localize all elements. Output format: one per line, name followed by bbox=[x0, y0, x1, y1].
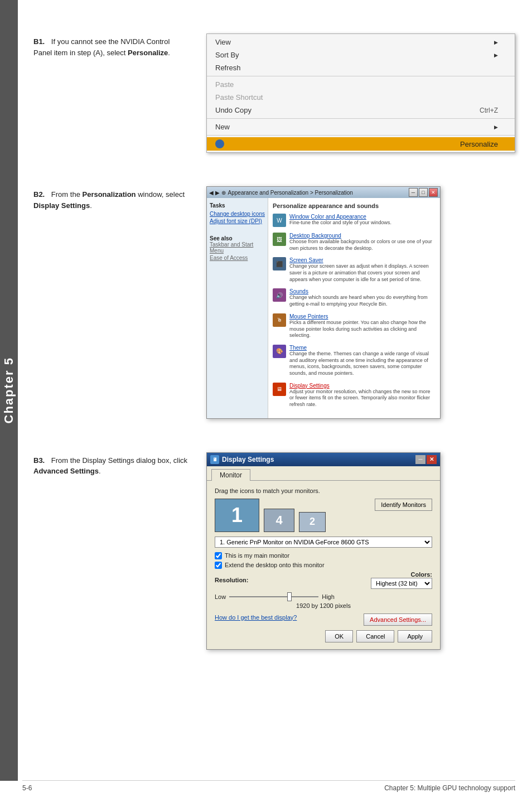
chapter-sidebar: Chapter 5 bbox=[0, 0, 18, 781]
display-settings-text: Display Settings Adjust your monitor res… bbox=[289, 383, 436, 408]
display-resolution-row: Resolution: Colors: Highest (32 bit) bbox=[215, 571, 432, 589]
context-menu-new[interactable]: New bbox=[207, 120, 515, 133]
resolution-label: Resolution: bbox=[215, 577, 249, 583]
display-settings-desc: Adjust your monitor resolution, which ch… bbox=[289, 389, 436, 408]
monitor-icons-container: 1 4 2 bbox=[215, 499, 326, 532]
context-menu-view[interactable]: View bbox=[207, 36, 515, 49]
persona-item-theme: 🎨 Theme Change the theme. Themes can cha… bbox=[273, 345, 436, 377]
minimize-btn[interactable]: ─ bbox=[409, 188, 418, 197]
context-menu-undo-copy[interactable]: Undo Copy Ctrl+Z bbox=[207, 104, 515, 117]
slider-thumb[interactable] bbox=[287, 592, 292, 601]
section-b3-text: B3. From the Display Settings dialog box… bbox=[33, 452, 190, 477]
sidebar-link-ease[interactable]: Ease of Access bbox=[210, 255, 265, 261]
personalize-icon bbox=[215, 139, 224, 148]
display-buttons-row: OK Cancel Apply bbox=[215, 630, 432, 642]
section-b2: B2. From the Personalization window, sel… bbox=[33, 186, 515, 419]
monitor-icon-4: 4 bbox=[264, 509, 294, 532]
context-menu-personalize[interactable]: Personalize bbox=[207, 137, 515, 151]
extend-desktop-label: Extend the desktop onto this monitor bbox=[225, 562, 325, 568]
best-display-link[interactable]: How do I get the best display? bbox=[215, 614, 297, 621]
step-b2-num: B2. bbox=[33, 190, 45, 199]
sidebar-link-desktop-icons[interactable]: Change desktop icons bbox=[210, 211, 265, 217]
footer-page-num: 5-6 bbox=[22, 784, 32, 792]
persona-main-title: Personalize appearance and sounds bbox=[273, 202, 436, 209]
screensaver-title[interactable]: Screen Saver bbox=[289, 257, 436, 263]
persona-sidebar: Tasks Change desktop icons Adjust font s… bbox=[207, 198, 268, 418]
display-tabs: Monitor bbox=[207, 466, 440, 481]
screensaver-desc: Change your screen saver as adjust when … bbox=[289, 263, 436, 283]
display-bottom-row: How do I get the best display? Advanced … bbox=[215, 613, 432, 626]
advanced-settings-btn[interactable]: Advanced Settings... bbox=[364, 613, 432, 626]
resolution-slider-row: Low High bbox=[215, 593, 432, 600]
context-menu-paste-label: Paste bbox=[215, 80, 234, 89]
context-menu-undo-copy-label: Undo Copy bbox=[215, 106, 252, 114]
step-b3-num: B3. bbox=[33, 456, 45, 465]
cancel-btn[interactable]: Cancel bbox=[356, 630, 394, 642]
apply-btn[interactable]: Apply bbox=[398, 630, 432, 642]
mouse-desc: Picks a different mouse pointer. You can… bbox=[289, 320, 436, 339]
chapter-label: Chapter 5 bbox=[2, 357, 16, 423]
persona-item-display: 🖥 Display Settings Adjust your monitor r… bbox=[273, 383, 436, 408]
persona-titlebar: ◀ ▶ ⊕ Appearance and Personalization > P… bbox=[207, 187, 440, 198]
theme-title[interactable]: Theme bbox=[289, 345, 436, 351]
sidebar-link-taskbar[interactable]: Taskbar and Start Menu bbox=[210, 241, 265, 254]
checkbox-extend-desktop: Extend the desktop onto this monitor bbox=[215, 562, 432, 569]
display-titlebar: 🖥 Display Settings ─ ✕ bbox=[207, 453, 440, 466]
context-menu-paste: Paste bbox=[207, 78, 515, 91]
display-body: Drag the icons to match your monitors. 1… bbox=[207, 481, 440, 649]
section-b3-label: B3. From the Display Settings dialog box… bbox=[33, 455, 190, 477]
slider-visual bbox=[229, 596, 318, 597]
colors-label: Colors: bbox=[411, 571, 433, 578]
ok-btn[interactable]: OK bbox=[325, 630, 353, 642]
display-dropdown-row: 1. Generic PnP Monitor on NVIDIA GeForce… bbox=[215, 537, 432, 548]
section-b2-image: ◀ ▶ ⊕ Appearance and Personalization > P… bbox=[206, 186, 515, 419]
context-menu-refresh[interactable]: Refresh bbox=[207, 61, 515, 74]
persona-item-desktop-bg: 🖼 Desktop Background Choose from availab… bbox=[273, 233, 436, 252]
monitor-dropdown[interactable]: 1. Generic PnP Monitor on NVIDIA GeForce… bbox=[215, 537, 432, 548]
screensaver-text: Screen Saver Change your screen saver as… bbox=[289, 257, 436, 283]
monitor-icon-2: 2 bbox=[299, 512, 326, 532]
display-min-btn[interactable]: ─ bbox=[415, 455, 425, 464]
section-b2-text: B2. From the Personalization window, sel… bbox=[33, 186, 190, 211]
slider-high-label: High bbox=[322, 593, 335, 600]
maximize-btn[interactable]: □ bbox=[419, 188, 428, 197]
identify-monitors-btn[interactable]: Identify Monitors bbox=[375, 499, 432, 511]
display-title-left: 🖥 Display Settings bbox=[210, 455, 274, 464]
context-menu-sortby[interactable]: Sort By bbox=[207, 49, 515, 61]
persona-nav-icons: ◀ ▶ ⊕ bbox=[209, 190, 226, 196]
context-menu-paste-shortcut: Paste Shortcut bbox=[207, 91, 515, 104]
main-content: B1. If you cannot see the NVIDIA Control… bbox=[22, 0, 532, 700]
sounds-title[interactable]: Sounds bbox=[289, 288, 436, 294]
theme-desc: Change the theme. Themes can change a wi… bbox=[289, 351, 436, 377]
display-settings-title[interactable]: Display Settings bbox=[289, 383, 436, 389]
section-b1-text: B1. If you cannot see the NVIDIA Control… bbox=[33, 33, 190, 58]
close-btn[interactable]: ✕ bbox=[429, 188, 438, 197]
mouse-text: Mouse Pointers Picks a different mouse p… bbox=[289, 313, 436, 339]
persona-sidebar-title: Tasks bbox=[210, 202, 265, 209]
tab-monitor[interactable]: Monitor bbox=[211, 469, 250, 481]
persona-item-screensaver: ⬛ Screen Saver Change your screen saver … bbox=[273, 257, 436, 283]
sounds-text: Sounds Change which sounds are heard whe… bbox=[289, 288, 436, 307]
titlebar-controls: ─ □ ✕ bbox=[409, 188, 438, 197]
context-menu-paste-shortcut-label: Paste Shortcut bbox=[215, 93, 263, 102]
window-color-icon: W bbox=[273, 214, 286, 227]
sidebar-link-font-size[interactable]: Adjust font size (DPI) bbox=[210, 218, 265, 224]
persona-path: Appearance and Personalization > Persona… bbox=[228, 190, 353, 196]
persona-titlebar-left: ◀ ▶ ⊕ Appearance and Personalization > P… bbox=[209, 190, 353, 196]
sounds-desc: Change which sounds are heard when you d… bbox=[289, 294, 436, 307]
main-monitor-checkbox[interactable] bbox=[215, 552, 222, 559]
desktop-bg-title[interactable]: Desktop Background bbox=[289, 233, 436, 239]
context-menu-new-label: New bbox=[215, 123, 230, 131]
colors-section: Colors: Highest (32 bit) bbox=[371, 571, 432, 589]
separator-3 bbox=[207, 135, 515, 136]
window-color-text: Window Color and Appearance Fine-tune th… bbox=[289, 214, 436, 226]
mouse-title[interactable]: Mouse Pointers bbox=[289, 313, 436, 320]
section-b1-label: B1. If you cannot see the NVIDIA Control… bbox=[33, 36, 190, 58]
desktop-bg-icon: 🖼 bbox=[273, 233, 286, 246]
display-title-label: Display Settings bbox=[222, 456, 274, 463]
window-color-title[interactable]: Window Color and Appearance bbox=[289, 214, 436, 220]
persona-body: Tasks Change desktop icons Adjust font s… bbox=[207, 198, 440, 418]
display-close-btn[interactable]: ✕ bbox=[427, 455, 437, 464]
colors-dropdown[interactable]: Highest (32 bit) bbox=[371, 578, 432, 589]
extend-desktop-checkbox[interactable] bbox=[215, 562, 222, 569]
